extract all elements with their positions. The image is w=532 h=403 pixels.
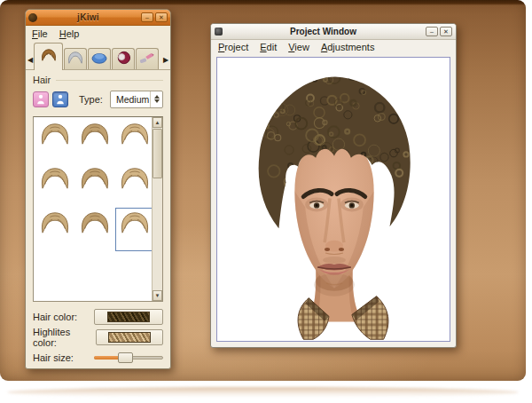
highlights-color-swatch [108, 332, 151, 343]
jkiwi-window: jKiwi –✕ FileHelp ◀ ▶ Hair [25, 9, 171, 369]
hair-thumb-icon [78, 122, 112, 146]
stepper-down-icon [154, 99, 160, 103]
type-combobox[interactable]: Medium [110, 91, 163, 108]
type-combobox-value: Medium [111, 94, 150, 105]
project-window-buttons: –✕ [424, 27, 452, 36]
list-scrollbar[interactable]: ▲ ▼ [152, 117, 162, 301]
hair-controls-row: Type: Medium [26, 87, 170, 111]
hair-style-grid [35, 119, 154, 251]
scroll-down-icon[interactable]: ▼ [153, 290, 162, 301]
highlights-color-row: Highlites color: [26, 327, 170, 347]
project-window-title: Project Window [223, 27, 424, 36]
hair-style-thumbnail-6[interactable] [115, 163, 154, 207]
hair-style-thumbnail-9[interactable] [115, 208, 154, 251]
tab-gray-hair[interactable] [64, 48, 87, 70]
category-tabbar: ◀ ▶ [26, 41, 170, 70]
desktop-reflection [7, 387, 519, 398]
menu-edit[interactable]: Edit [260, 42, 277, 52]
male-button[interactable] [52, 91, 68, 107]
hair-style-list: ▲ ▼ [33, 116, 163, 302]
highlights-color-label: Highlites color: [33, 327, 96, 348]
tab-makeup[interactable] [112, 48, 135, 70]
hair-thumb-icon [118, 166, 152, 191]
hair-thumb-icon [38, 122, 72, 146]
menu-help[interactable]: Help [59, 28, 80, 39]
tab-lipstick[interactable] [136, 48, 159, 70]
hair-thumb-icon [118, 210, 152, 235]
project-titlebar[interactable]: Project Window –✕ [211, 24, 456, 40]
minimize-button[interactable]: – [426, 27, 438, 36]
hair-size-label: Hair size: [33, 352, 74, 363]
combobox-stepper-icon[interactable] [150, 91, 162, 107]
hat-icon [90, 51, 109, 68]
screenshot-stage: jKiwi –✕ FileHelp ◀ ▶ Hair [0, 0, 532, 403]
type-label: Type: [79, 94, 103, 105]
hair-color-row: Hair color: [26, 306, 170, 327]
hair-style-thumbnail-8[interactable] [75, 208, 114, 251]
male-person-icon [54, 93, 66, 106]
jkiwi-window-title: jKiwi [37, 12, 139, 22]
lipstick-icon [137, 51, 157, 68]
hair-style-thumbnail-3[interactable] [115, 119, 154, 162]
tab-scroll-left-icon[interactable]: ◀ [27, 51, 34, 70]
jkiwi-titlebar[interactable]: jKiwi –✕ [26, 10, 170, 26]
hair-thumb-icon [38, 210, 72, 235]
project-menubar: ProjectEditViewAdjustments [211, 40, 456, 54]
hair-style-thumbnail-7[interactable] [35, 208, 74, 251]
section-header: Hair [33, 75, 163, 85]
hair-color-label: Hair color: [33, 312, 77, 322]
hair-size-row: Hair size: [26, 347, 170, 367]
face-svg [217, 58, 450, 341]
tab-scroll-right-icon[interactable]: ▶ [162, 51, 169, 70]
female-button[interactable] [33, 91, 49, 107]
section-label: Hair [33, 75, 51, 85]
slider-handle[interactable] [118, 352, 133, 363]
close-button[interactable]: ✕ [440, 27, 452, 36]
category-tabs [34, 43, 162, 70]
jkiwi-window-buttons: –✕ [139, 12, 168, 22]
hair-style-thumbnail-4[interactable] [35, 163, 74, 207]
project-app-icon [215, 28, 223, 36]
stepper-up-icon [154, 95, 160, 99]
menu-file[interactable]: File [32, 28, 48, 39]
portrait-canvas [216, 57, 450, 342]
close-button[interactable]: ✕ [155, 12, 168, 22]
hair-icon [39, 48, 59, 66]
hair-style-thumbnail-2[interactable] [75, 119, 114, 162]
minimize-button[interactable]: – [141, 12, 153, 22]
scroll-up-icon[interactable]: ▲ [153, 117, 162, 128]
highlights-color-button[interactable] [96, 329, 163, 345]
makeup-icon [113, 51, 133, 68]
hair-style-thumbnail-5[interactable] [75, 163, 114, 207]
hair-thumb-icon [38, 166, 72, 191]
menu-view[interactable]: View [288, 42, 309, 52]
jkiwi-menubar: FileHelp [26, 26, 170, 41]
hair-thumb-icon [78, 210, 112, 235]
tab-hat[interactable] [88, 48, 111, 70]
project-window: Project Window –✕ ProjectEditViewAdjustm… [210, 23, 457, 348]
hair-thumb-icon [118, 122, 152, 146]
menu-adjustments[interactable]: Adjustments [321, 42, 375, 52]
gray-hair-icon [66, 51, 85, 68]
scrollbar-thumb[interactable] [153, 129, 162, 178]
section-divider [56, 80, 163, 81]
hair-color-button[interactable] [94, 309, 163, 325]
hair-thumb-icon [78, 166, 112, 191]
hair-size-slider[interactable] [94, 352, 163, 363]
hair-style-thumbnail-1[interactable] [35, 119, 74, 162]
tab-hair[interactable] [34, 43, 63, 70]
menu-project[interactable]: Project [218, 42, 248, 52]
jkiwi-app-icon [28, 13, 37, 22]
hair-color-swatch [107, 312, 150, 322]
female-person-icon [35, 93, 47, 106]
